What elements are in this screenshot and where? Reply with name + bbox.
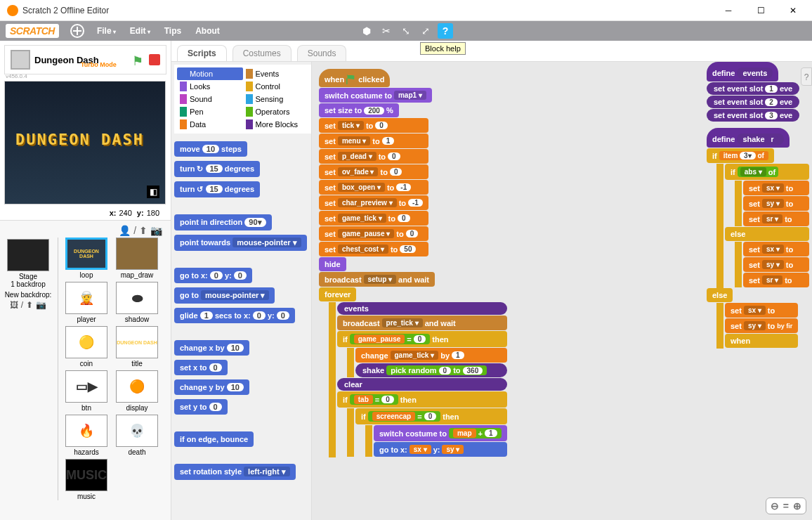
block-set-char_preview[interactable]: setchar_preview ▾to-1 [319,195,428,210]
block-set-event-slot-1: set event slot1eve [707,82,799,95]
help-icon[interactable]: ? [438,23,453,39]
sprite-shadow[interactable]: ⬬shadow [113,282,161,323]
sprite-map_draw[interactable]: map_draw [113,238,161,279]
block-glide[interactable]: glide 1 secs to x: 0 y: 0 [174,308,295,323]
category-control[interactable]: Control [243,80,309,93]
backdrop-upload-icon[interactable]: ⬆ [26,300,33,310]
sprite-btn[interactable]: ▭▶btn [63,370,110,412]
new-backdrop-label: New backdrop: [3,291,53,299]
zoom-reset-icon[interactable]: = [783,500,789,512]
block-set-sy-2: setsy ▾to [743,257,809,272]
new-sprite-paint-icon[interactable]: / [133,225,136,236]
block-if-tab: iftab = 0then [337,391,507,408]
block-set-game_pause[interactable]: setgame_pause ▾to0 [319,226,428,241]
stop-icon[interactable] [149,54,160,65]
help-tooltip: Block help [420,42,466,55]
block-if-gamepause: ifgame_pause = 0then [337,331,507,347]
sprite-music[interactable]: MUSICmusic [63,459,110,500]
help-panel-tab[interactable]: ? [801,67,812,86]
scratch-logo[interactable]: SCRATCH [6,24,59,38]
block-set-p_dead[interactable]: setp_dead ▾to0 [319,149,428,164]
block-hide: hide [319,257,346,271]
block-set-ov_fade[interactable]: setov_fade ▾to0 [319,164,428,179]
category-operators[interactable]: Operators [243,105,309,118]
backdrop-paint-icon[interactable]: / [21,300,23,310]
stage-cube-icon: ◧ [147,186,159,198]
zoom-controls: ⊖ = ⊕ [766,498,806,514]
new-sprite-lib-icon[interactable]: 👤 [119,225,131,236]
sprite-title[interactable]: DUNGEON DASHtitle [113,326,161,368]
block-set-game_tick[interactable]: setgame_tick ▾to0 [319,211,428,226]
sprite-death[interactable]: 💀death [113,415,161,456]
shrink-icon[interactable]: ⤢ [418,23,433,39]
main-script-stack[interactable]: whenclicked switch costume tomap1 ▾ set … [319,69,507,457]
block-set-sr-2: setsr ▾to [743,273,809,287]
sprite-loop[interactable]: DUNGEON DASHloop [63,238,110,279]
block-turn-right[interactable]: turn ↻ 15 degrees [174,161,260,177]
tab-scripts[interactable]: Scripts [177,45,227,61]
block-set-menu[interactable]: setmenu ▾to1 [319,134,428,148]
block-set-y[interactable]: set y to 0 [174,399,228,415]
stage-thumbnail[interactable] [7,239,49,271]
tab-sounds[interactable]: Sounds [297,45,347,61]
backdrop-lib-icon[interactable]: 🖼 [10,300,18,310]
maximize-button[interactable]: ☐ [745,0,777,21]
block-edge-bounce[interactable]: if on edge, bounce [174,431,254,447]
block-set-chest_cost[interactable]: setchest_cost ▾to50 [319,242,428,256]
new-sprite-camera-icon[interactable]: 📷 [150,225,162,236]
mouse-coords: x:240 y:180 [0,206,171,220]
tab-costumes[interactable]: Costumes [233,45,292,61]
block-point-direction[interactable]: point in direction 90▾ [174,214,272,230]
define-shake-stack[interactable]: defineshake r ifitem 3▾ of ifabs ▾ of se… [707,128,809,349]
editor-tabs: Scripts Costumes Sounds [171,41,812,61]
category-pen[interactable]: Pen [177,105,243,118]
stage-view[interactable]: DUNGEON DASH ◧ [4,81,166,204]
cut-icon[interactable]: ✂ [379,23,394,39]
block-goto-xy[interactable]: go to x: 0 y: 0 [174,268,252,283]
menu-file[interactable]: File [90,26,123,36]
minimize-button[interactable]: ─ [712,0,745,21]
block-goto-sxsy: go to x:sx ▾y:sy ▾ [374,442,507,457]
backdrop-camera-icon[interactable]: 📷 [36,300,46,310]
zoom-in-icon[interactable]: ⊕ [793,500,801,512]
new-sprite-upload-icon[interactable]: ⬆ [139,225,148,236]
category-looks[interactable]: Looks [177,80,243,93]
menu-about[interactable]: About [188,26,227,36]
green-flag-icon[interactable]: ⚑ [132,53,145,66]
close-button[interactable]: ✕ [777,0,809,21]
block-change-gametick: changegame_tick ▾by1 [355,348,507,363]
block-if-item: ifitem 3▾ of [707,148,774,163]
scripts-canvas[interactable]: whenclicked switch costume tomap1 ▾ set … [312,62,812,520]
category-sensing[interactable]: Sensing [243,93,309,105]
block-turn-left[interactable]: turn ↺ 15 degrees [174,181,260,197]
sprite-display[interactable]: 🟠display [113,370,161,412]
sprite-hazards[interactable]: 🔥hazards [63,415,110,456]
category-data[interactable]: Data [177,118,243,131]
block-goto-mouse[interactable]: go to mouse-pointer ▾ [174,287,275,304]
menu-tips[interactable]: Tips [157,26,188,36]
block-change-y[interactable]: change y by 10 [174,379,249,395]
category-events[interactable]: Events [243,67,309,80]
block-rotation-style[interactable]: set rotation style left-right ▾ [174,464,296,480]
language-icon[interactable] [70,24,84,38]
category-sound[interactable]: Sound [177,93,243,105]
fullscreen-icon[interactable] [11,50,30,70]
zoom-out-icon[interactable]: ⊖ [771,500,779,512]
block-change-x[interactable]: change x by 10 [174,340,249,356]
category-motion[interactable]: Motion [177,67,243,80]
sprite-player[interactable]: 🧝player [63,282,110,323]
menu-edit[interactable]: Edit [123,26,157,36]
block-move[interactable]: move 10 steps [174,141,247,157]
block-set-sy: setsy ▾to [743,196,809,211]
stage-game-title: DUNGEON DASH [15,131,144,148]
define-events-stack[interactable]: defineevents set event slot1eve set even… [707,62,799,122]
stamp-icon[interactable]: ⬢ [359,23,374,39]
block-set-box_open[interactable]: setbox_open ▾to-1 [319,180,428,195]
grow-icon[interactable]: ⤡ [398,23,414,39]
block-set-tick[interactable]: settick ▾to0 [319,118,428,133]
block-set-x[interactable]: set x to 0 [174,360,228,375]
sprite-coin[interactable]: 🟡coin [63,326,110,368]
block-set-sx-2: setsx ▾to [743,242,809,256]
category-more-blocks[interactable]: More Blocks [243,118,309,131]
block-point-towards[interactable]: point towards mouse-pointer ▾ [174,235,307,251]
